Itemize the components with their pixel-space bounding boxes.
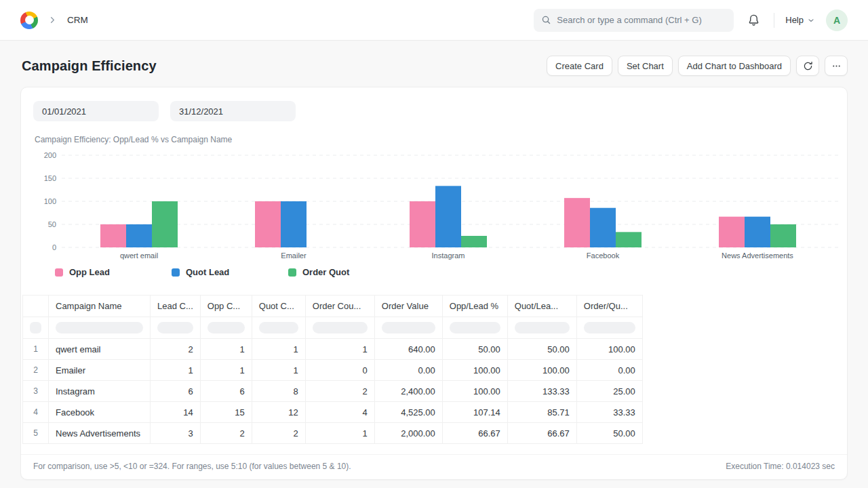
- value-cell[interactable]: 1: [151, 360, 201, 381]
- value-cell[interactable]: 66.67: [507, 423, 576, 444]
- value-cell[interactable]: 25.00: [576, 381, 642, 402]
- campaign-name-cell[interactable]: News Advertisements: [49, 423, 151, 444]
- add-chart-to-dashboard-button[interactable]: Add Chart to Dashboard: [678, 56, 791, 76]
- value-cell[interactable]: 33.33: [576, 402, 642, 423]
- value-cell[interactable]: 1: [252, 360, 305, 381]
- value-cell[interactable]: 14: [151, 402, 201, 423]
- avatar[interactable]: A: [826, 9, 848, 31]
- value-cell[interactable]: 640.00: [374, 339, 442, 360]
- value-cell[interactable]: 2: [305, 381, 374, 402]
- column-filter-input[interactable]: [259, 322, 298, 333]
- value-cell[interactable]: 1: [252, 339, 305, 360]
- value-cell[interactable]: 2: [200, 423, 252, 444]
- value-cell[interactable]: 50.00: [442, 339, 507, 360]
- column-header[interactable]: Quot C...: [252, 296, 305, 317]
- value-cell[interactable]: 4: [305, 402, 374, 423]
- value-cell[interactable]: 0.00: [374, 360, 442, 381]
- column-filter-input[interactable]: [208, 322, 245, 333]
- app-logo[interactable]: [20, 12, 38, 29]
- value-cell[interactable]: 100.00: [576, 339, 642, 360]
- row-filter-toggle[interactable]: [30, 322, 41, 333]
- set-chart-button[interactable]: Set Chart: [618, 56, 673, 76]
- column-header[interactable]: Order/Qu...: [576, 296, 642, 317]
- column-filter-input[interactable]: [56, 322, 143, 333]
- value-cell[interactable]: 66.67: [442, 423, 507, 444]
- value-cell[interactable]: 1: [305, 423, 374, 444]
- table-row: 2Emailer11100.00100.00100.000.00: [23, 360, 643, 381]
- value-cell[interactable]: 133.33: [507, 381, 576, 402]
- column-filter-input[interactable]: [313, 322, 368, 333]
- value-cell[interactable]: 2: [151, 339, 201, 360]
- value-cell[interactable]: 6: [151, 381, 201, 402]
- value-cell[interactable]: 1: [200, 339, 252, 360]
- value-cell[interactable]: 4,525.00: [374, 402, 442, 423]
- value-cell[interactable]: 8: [252, 381, 305, 402]
- value-cell[interactable]: 0.00: [576, 360, 642, 381]
- filter-cell: [151, 317, 201, 339]
- legend-swatch-icon: [288, 268, 296, 277]
- filter-cell: [200, 317, 252, 339]
- more-options-button[interactable]: [825, 56, 848, 76]
- help-label: Help: [785, 15, 804, 25]
- filter-cell: [576, 317, 642, 339]
- legend-item-opp-lead[interactable]: Opp Lead: [55, 267, 172, 277]
- legend-item-quot-lead[interactable]: Quot Lead: [172, 267, 288, 277]
- campaign-name-cell[interactable]: Facebook: [49, 402, 151, 423]
- column-header[interactable]: Campaign Name: [49, 296, 151, 317]
- page-actions: Create Card Set Chart Add Chart to Dashb…: [547, 56, 848, 76]
- ellipsis-icon: [831, 61, 842, 71]
- column-header[interactable]: Order Cou...: [305, 296, 374, 317]
- value-cell[interactable]: 1: [305, 339, 374, 360]
- column-header[interactable]: Opp/Lead %: [442, 296, 507, 317]
- value-cell[interactable]: 12: [252, 402, 305, 423]
- value-cell[interactable]: 100.00: [507, 360, 576, 381]
- campaign-name-cell[interactable]: qwert email: [49, 339, 151, 360]
- column-filter-input[interactable]: [157, 322, 193, 333]
- chart-bar: [126, 224, 152, 247]
- chart-bar: [435, 186, 461, 247]
- page: CRM Search or type a command (Ctrl + G) …: [0, 0, 868, 480]
- column-header[interactable]: Lead C...: [151, 296, 201, 317]
- value-cell[interactable]: 85.71: [507, 402, 576, 423]
- value-cell[interactable]: 50.00: [576, 423, 642, 444]
- value-cell[interactable]: 15: [200, 402, 252, 423]
- column-header[interactable]: Opp C...: [200, 296, 252, 317]
- breadcrumb[interactable]: CRM: [67, 15, 88, 25]
- column-filter-input[interactable]: [382, 322, 435, 333]
- value-cell[interactable]: 2: [252, 423, 305, 444]
- x-axis-label: Instagram: [432, 251, 465, 260]
- value-cell[interactable]: 2,400.00: [374, 381, 442, 402]
- value-cell[interactable]: 100.00: [442, 381, 507, 402]
- search-input[interactable]: Search or type a command (Ctrl + G): [534, 9, 734, 32]
- table-row: 5News Advertisements32212,000.0066.6766.…: [23, 423, 643, 444]
- notifications-button[interactable]: [745, 11, 763, 29]
- column-filter-input[interactable]: [450, 322, 500, 333]
- campaign-name-cell[interactable]: Instagram: [49, 381, 151, 402]
- help-menu[interactable]: Help: [785, 15, 815, 25]
- value-cell[interactable]: 2,000.00: [374, 423, 442, 444]
- value-cell[interactable]: 3: [151, 423, 201, 444]
- column-filter-input[interactable]: [584, 322, 635, 333]
- value-cell[interactable]: 107.14: [442, 402, 507, 423]
- from-date-input[interactable]: 01/01/2021: [33, 101, 159, 121]
- chart-bar: [281, 201, 307, 247]
- y-axis-tick: 0: [52, 243, 56, 251]
- value-cell[interactable]: 6: [200, 381, 252, 402]
- value-cell[interactable]: 1: [200, 360, 252, 381]
- y-axis-tick: 100: [44, 197, 56, 205]
- campaign-name-cell[interactable]: Emailer: [49, 360, 151, 381]
- chart-bar: [152, 201, 178, 247]
- chart-bar: [461, 236, 487, 247]
- value-cell[interactable]: 50.00: [507, 339, 576, 360]
- column-filter-input[interactable]: [515, 322, 570, 333]
- column-header[interactable]: Order Value: [374, 296, 442, 317]
- to-date-input[interactable]: 31/12/2021: [170, 101, 296, 121]
- legend-item-order-quot[interactable]: Order Quot: [288, 267, 405, 277]
- value-cell[interactable]: 0: [305, 360, 374, 381]
- column-header[interactable]: Quot/Lea...: [507, 296, 576, 317]
- bell-icon: [747, 14, 760, 26]
- refresh-button[interactable]: [796, 56, 819, 76]
- chevron-right-icon: [47, 15, 58, 25]
- value-cell[interactable]: 100.00: [442, 360, 507, 381]
- create-card-button[interactable]: Create Card: [547, 56, 612, 76]
